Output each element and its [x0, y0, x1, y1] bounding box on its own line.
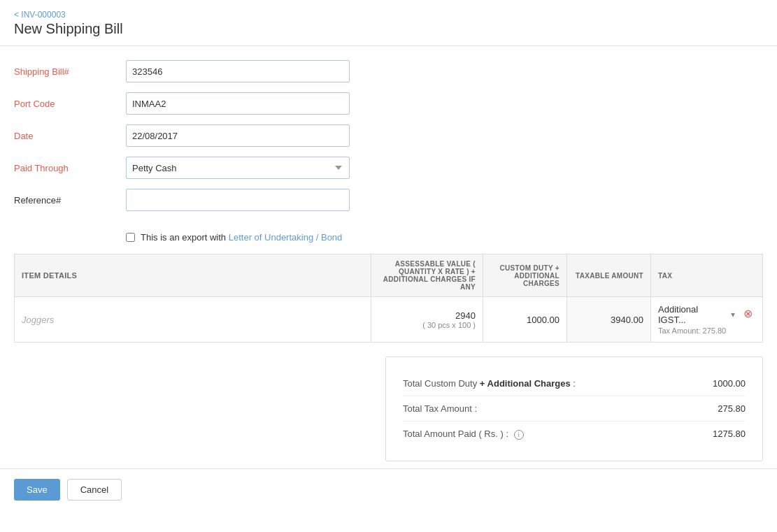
tax-cell: Additional IGST... Tax Amount: 275.80 ⊗	[651, 297, 763, 343]
col-taxable-amount: TAXABLE AMOUNT	[567, 254, 651, 297]
save-button[interactable]: Save	[14, 479, 60, 501]
total-paid-summary-value: 1275.80	[713, 429, 746, 439]
reference-input[interactable]	[126, 189, 350, 211]
tax-amount-note: Tax Amount: 275.80	[658, 326, 736, 335]
port-code-input[interactable]	[126, 92, 350, 115]
tax-amount-summary-label: Total Tax Amount :	[403, 403, 477, 414]
footer: Save Cancel	[0, 468, 777, 510]
remove-row-button[interactable]: ⊗	[741, 304, 755, 323]
col-assessable-value: ASSESSABLE VALUE ( QUANTITY X RATE ) + A…	[371, 254, 483, 297]
summary-box: Total Custom Duty + Additional Charges :…	[385, 357, 763, 461]
total-paid-summary-label: Total Amount Paid ( Rs. ) : i	[403, 429, 524, 440]
undertaking-link[interactable]: Letter of Undertaking / Bond	[229, 232, 343, 243]
qty-note: ( 30 pcs x 100 )	[378, 321, 476, 329]
checkbox-row: This is an export with Letter of Underta…	[0, 228, 777, 254]
tax-info: Additional IGST... Tax Amount: 275.80	[658, 304, 736, 335]
paid-through-row: Paid Through Petty Cash	[14, 157, 763, 179]
page-header: < INV-000003 New Shipping Bill	[0, 0, 777, 46]
col-item-details: ITEM DETAILS	[15, 254, 371, 297]
port-code-row: Port Code	[14, 92, 763, 115]
custom-duty-cell: 1000.00	[483, 297, 567, 343]
assessable-value-cell: 2940 ( 30 pcs x 100 )	[371, 297, 483, 343]
tax-dropdown-button[interactable]	[727, 310, 736, 319]
cancel-button[interactable]: Cancel	[67, 479, 122, 501]
tax-name: Additional IGST...	[658, 304, 727, 325]
paid-through-select[interactable]: Petty Cash	[126, 157, 350, 179]
custom-duty-summary-label: Total Custom Duty + Additional Charges :	[403, 378, 576, 389]
shipping-bill-label: Shipping Bill#	[14, 66, 126, 77]
form-section: Shipping Bill# Port Code Date Paid Throu…	[0, 46, 777, 228]
items-table-section: ITEM DETAILS ASSESSABLE VALUE ( QUANTITY…	[0, 254, 777, 343]
total-paid-summary-row: Total Amount Paid ( Rs. ) : i 1275.80	[403, 421, 746, 447]
date-input[interactable]	[126, 124, 350, 147]
date-row: Date	[14, 124, 763, 147]
taxable-amount-cell: 3940.00	[567, 297, 651, 343]
tax-amount-summary-row: Total Tax Amount : 275.80	[403, 396, 746, 421]
items-table: ITEM DETAILS ASSESSABLE VALUE ( QUANTITY…	[14, 254, 763, 343]
shipping-bill-row: Shipping Bill#	[14, 60, 763, 82]
remove-icon: ⊗	[743, 308, 753, 319]
custom-duty-value: 1000.00	[527, 315, 559, 325]
shipping-bill-input[interactable]	[126, 60, 350, 82]
col-tax: TAX	[651, 254, 763, 297]
table-row: Joggers 2940 ( 30 pcs x 100 ) 1000.00 39…	[15, 297, 763, 343]
export-checkbox-label: This is an export with Letter of Underta…	[141, 232, 342, 243]
assessable-value: 2940	[378, 310, 476, 321]
reference-label: Reference#	[14, 195, 126, 206]
taxable-amount-value: 3940.00	[611, 315, 643, 325]
custom-duty-summary-row: Total Custom Duty + Additional Charges :…	[403, 371, 746, 396]
page-title: New Shipping Bill	[14, 21, 763, 37]
custom-duty-summary-value: 1000.00	[713, 378, 746, 389]
port-code-label: Port Code	[14, 99, 126, 109]
summary-section: Total Custom Duty + Additional Charges :…	[0, 343, 777, 468]
col-custom-duty: CUSTOM DUTY + ADDITIONAL CHARGES	[483, 254, 567, 297]
paid-through-label: Paid Through	[14, 163, 126, 173]
date-label: Date	[14, 131, 126, 141]
item-name: Joggers	[22, 315, 54, 325]
tax-top: Additional IGST...	[658, 304, 736, 325]
export-checkbox[interactable]	[126, 233, 135, 242]
reference-row: Reference#	[14, 189, 763, 211]
item-name-cell: Joggers	[15, 297, 371, 343]
tax-amount-summary-value: 275.80	[718, 403, 746, 414]
back-link[interactable]: < INV-000003	[14, 10, 763, 20]
info-icon[interactable]: i	[514, 430, 524, 440]
